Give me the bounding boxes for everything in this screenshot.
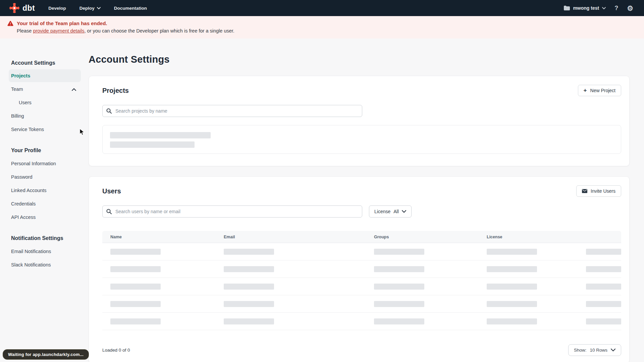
- nav-menu: Develop Deploy Documentation: [48, 6, 147, 11]
- projects-card-title: Projects: [102, 87, 129, 95]
- settings-sidebar: Account Settings Projects Team Users Bil…: [0, 39, 89, 272]
- sidebar-item-billing[interactable]: Billing: [9, 109, 81, 123]
- skeleton-bar: [224, 266, 274, 272]
- skeleton-bar: [374, 249, 424, 255]
- sidebar-item-email-notifications[interactable]: Email Notifications: [9, 245, 81, 258]
- sidebar-item-api-access[interactable]: API Access: [9, 210, 81, 224]
- skeleton-bar: [586, 249, 621, 255]
- main-content: Account Settings Projects + New Project: [89, 39, 630, 362]
- skeleton-bar: [487, 284, 537, 290]
- skeleton-bar: [487, 249, 537, 255]
- skeleton-bar: [224, 249, 274, 255]
- dbt-logo-text: dbt: [22, 4, 35, 13]
- skeleton-bar: [110, 301, 161, 307]
- chevron-up-icon: [72, 88, 76, 91]
- sidebar-heading-your-profile: Your Profile: [9, 147, 89, 154]
- table-row-skeleton: [102, 295, 621, 313]
- dbt-logo-icon: [9, 3, 19, 13]
- skeleton-bar: [374, 318, 424, 324]
- skeleton-bar: [110, 318, 161, 324]
- sidebar-item-slack-notifications[interactable]: Slack Notifications: [9, 258, 81, 272]
- skeleton-bar: [586, 284, 621, 290]
- sidebar-item-linked-accounts[interactable]: Linked Accounts: [9, 184, 81, 197]
- dbt-logo[interactable]: dbt: [9, 3, 35, 13]
- nav-item-deploy[interactable]: Deploy: [79, 6, 101, 11]
- column-header-license: License: [479, 235, 578, 239]
- skeleton-bar: [586, 318, 621, 324]
- nav-item-documentation[interactable]: Documentation: [114, 6, 147, 11]
- account-switcher[interactable]: mwong test: [564, 5, 606, 11]
- banner-body: Please provide payment details, or you c…: [17, 28, 644, 34]
- column-header-email: Email: [216, 235, 366, 239]
- table-row-skeleton: [102, 243, 621, 260]
- skeleton-bar: [374, 301, 424, 307]
- sidebar-item-credentials[interactable]: Credentials: [9, 197, 81, 210]
- payment-details-link[interactable]: provide payment details: [33, 28, 84, 34]
- skeleton-bar: [586, 266, 621, 272]
- sidebar-heading-account-settings: Account Settings: [9, 60, 89, 66]
- license-filter-dropdown[interactable]: License All: [369, 205, 412, 218]
- folder-icon: [564, 6, 570, 10]
- sidebar-item-team[interactable]: Team: [9, 82, 81, 96]
- banner-title: Your trial of the Team plan has ended.: [17, 20, 107, 26]
- sidebar-item-password[interactable]: Password: [9, 170, 81, 184]
- projects-search-input[interactable]: [102, 105, 362, 117]
- chevron-down-icon: [602, 7, 606, 9]
- chevron-down-icon: [402, 210, 406, 213]
- projects-loading-panel: [102, 125, 621, 154]
- top-navigation: dbt Develop Deploy Documentation mwong t…: [0, 0, 644, 16]
- invite-users-button[interactable]: Invite Users: [576, 185, 621, 197]
- skeleton-bar: [374, 266, 424, 272]
- sidebar-heading-notification-settings: Notification Settings: [9, 235, 89, 241]
- skeleton-bar: [224, 284, 274, 290]
- skeleton-bar: [224, 301, 274, 307]
- users-table-header: Name Email Groups License: [102, 231, 621, 243]
- plus-icon: +: [584, 87, 587, 93]
- rows-per-page-dropdown[interactable]: Show: 10 Rows: [568, 344, 621, 356]
- skeleton-bar: [110, 284, 161, 290]
- skeleton-bar: [487, 266, 537, 272]
- table-row-skeleton: [102, 278, 621, 295]
- gear-icon[interactable]: ⚙: [627, 5, 633, 12]
- skeleton-bar: [586, 301, 621, 307]
- loaded-status-text: Loaded 0 of 0: [102, 348, 130, 353]
- column-header-groups: Groups: [366, 235, 479, 239]
- page-title: Account Settings: [89, 54, 630, 65]
- skeleton-bar: [487, 301, 537, 307]
- skeleton-bar: [110, 141, 195, 148]
- help-icon[interactable]: ?: [614, 5, 618, 11]
- account-name: mwong test: [573, 5, 599, 11]
- sidebar-item-personal-information[interactable]: Personal Information: [9, 157, 81, 170]
- browser-status-tooltip: Waiting for app.launchdarkly.com...: [3, 349, 89, 360]
- search-icon: [106, 209, 112, 214]
- new-project-button[interactable]: + New Project: [578, 85, 621, 96]
- chevron-down-icon: [97, 7, 101, 9]
- skeleton-bar: [224, 318, 274, 324]
- sidebar-item-projects[interactable]: Projects: [9, 69, 81, 82]
- envelope-icon: [582, 189, 587, 193]
- users-search-input[interactable]: [102, 205, 362, 218]
- skeleton-bar: [110, 132, 211, 138]
- warning-icon: [7, 21, 13, 26]
- skeleton-bar: [487, 318, 537, 324]
- skeleton-bar: [374, 284, 424, 290]
- users-card: Users Invite Users License All: [89, 176, 630, 362]
- users-table: Name Email Groups License: [102, 231, 621, 330]
- sidebar-item-service-tokens[interactable]: Service Tokens: [9, 123, 81, 136]
- sidebar-item-users[interactable]: Users: [9, 96, 81, 109]
- column-header-name: Name: [102, 235, 216, 239]
- nav-item-develop[interactable]: Develop: [48, 6, 66, 11]
- users-card-title: Users: [102, 187, 121, 195]
- table-row-skeleton: [102, 260, 621, 278]
- trial-warning-banner: Your trial of the Team plan has ended. P…: [0, 16, 644, 39]
- skeleton-bar: [110, 266, 161, 272]
- search-icon: [106, 108, 112, 114]
- skeleton-bar: [110, 249, 161, 255]
- chevron-down-icon: [611, 349, 615, 352]
- projects-card: Projects + New Project: [89, 76, 630, 166]
- table-row-skeleton: [102, 313, 621, 330]
